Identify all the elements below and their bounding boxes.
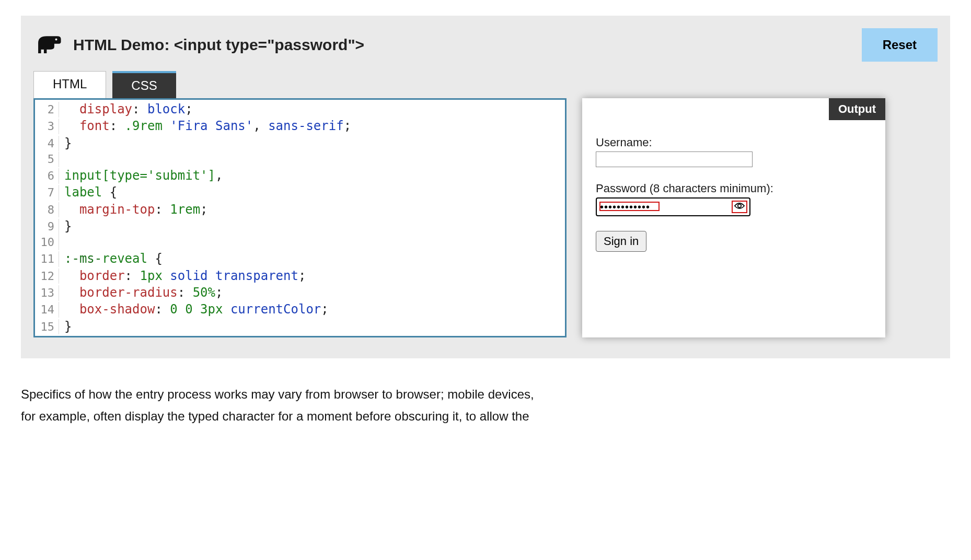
line-number: 5 — [35, 151, 59, 167]
code-line: 6input[type='submit'], — [35, 167, 565, 184]
code-line: 11:-ms-reveal { — [35, 250, 565, 267]
password-reveal-button[interactable] — [732, 201, 747, 213]
reset-button[interactable]: Reset — [862, 28, 938, 62]
line-number: 12 — [35, 269, 59, 284]
line-number: 4 — [35, 136, 59, 151]
code-content: :-ms-reveal { — [59, 250, 163, 267]
body-text: Specifics of how the entry process works… — [21, 383, 950, 427]
password-label: Password (8 characters minimum): — [596, 182, 872, 195]
code-line: 4} — [35, 135, 565, 151]
code-content: } — [59, 218, 72, 235]
tab-html[interactable]: HTML — [33, 71, 106, 98]
line-number: 2 — [35, 102, 59, 118]
code-line: 9} — [35, 218, 565, 235]
code-line: 15} — [35, 318, 565, 335]
code-line: 5 — [35, 151, 565, 167]
code-line: 12 border: 1px solid transparent; — [35, 267, 565, 284]
code-line: 7label { — [35, 184, 565, 201]
body-text-line: Specifics of how the entry process works… — [21, 383, 950, 405]
line-number: 13 — [35, 285, 59, 301]
username-label: Username: — [596, 136, 872, 149]
line-number: 6 — [35, 168, 59, 184]
line-number: 11 — [35, 251, 59, 267]
line-number: 8 — [35, 202, 59, 218]
username-input[interactable] — [596, 151, 753, 167]
svg-point-0 — [55, 39, 57, 41]
line-number: 14 — [35, 302, 59, 318]
code-line: 8 margin-top: 1rem; — [35, 201, 565, 218]
code-content: box-shadow: 0 0 3px currentColor; — [59, 301, 329, 318]
demo-panel: HTML Demo: <input type="password"> Reset… — [21, 16, 950, 358]
output-pane: Output Username: Password (8 characters … — [582, 98, 885, 337]
eye-icon — [734, 201, 745, 213]
code-content: input[type='submit'], — [59, 167, 223, 184]
code-line: 14 box-shadow: 0 0 3px currentColor; — [35, 301, 565, 318]
code-content: border: 1px solid transparent; — [59, 267, 306, 284]
body-text-line: for example, often display the typed cha… — [21, 405, 950, 427]
dino-icon — [33, 32, 64, 57]
editor-tabs: HTML CSS — [33, 71, 938, 98]
code-content: label { — [59, 184, 117, 201]
demo-header: HTML Demo: <input type="password"> Reset — [33, 28, 938, 62]
code-content: border-radius: 50%; — [59, 284, 223, 301]
line-number: 7 — [35, 185, 59, 201]
password-field-wrap — [596, 197, 750, 216]
code-content: display: block; — [59, 101, 193, 118]
code-line: 10 — [35, 235, 565, 250]
code-content: margin-top: 1rem; — [59, 201, 208, 218]
code-editor[interactable]: 2 display: block;3 font: .9rem 'Fira San… — [33, 98, 567, 337]
line-number: 3 — [35, 119, 59, 134]
code-line: 2 display: block; — [35, 101, 565, 118]
svg-point-1 — [738, 204, 741, 207]
code-content: } — [59, 318, 72, 335]
code-content: font: .9rem 'Fira Sans', sans-serif; — [59, 118, 351, 134]
tab-css[interactable]: CSS — [112, 71, 176, 98]
output-badge: Output — [829, 98, 885, 120]
password-input[interactable] — [596, 197, 750, 216]
code-content: } — [59, 135, 72, 151]
demo-title: HTML Demo: <input type="password"> — [73, 36, 852, 54]
code-line: 13 border-radius: 50%; — [35, 284, 565, 301]
code-line: 3 font: .9rem 'Fira Sans', sans-serif; — [35, 118, 565, 134]
line-number: 10 — [35, 235, 59, 250]
sign-in-button[interactable]: Sign in — [596, 231, 646, 252]
line-number: 9 — [35, 219, 59, 235]
line-number: 15 — [35, 319, 59, 335]
